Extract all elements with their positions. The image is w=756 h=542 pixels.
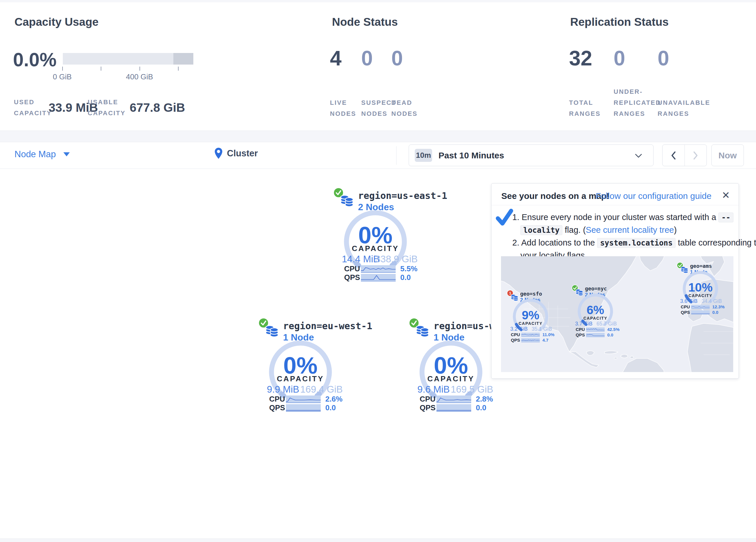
chevron-left-icon	[671, 151, 676, 160]
usable-capacity-label: USABLE CAPACITY	[88, 97, 125, 119]
region-group-us-west-1[interactable]: region=us-west-1 1 Node 0% CAPACITY 9.6 …	[405, 317, 497, 414]
qps-sparkline	[521, 338, 540, 342]
capacity-usage-title: Capacity Usage	[14, 16, 98, 28]
configuration-guide-link[interactable]: Follow our configuration guide	[596, 191, 711, 201]
cpu-label: CPU	[420, 395, 436, 404]
cpu-sparkline	[361, 265, 396, 273]
capacity-total-value: 34.4 GiB	[702, 298, 722, 304]
qps-sparkline	[586, 333, 605, 337]
locality-label: geo=nyc	[585, 286, 607, 292]
capacity-caption: CAPACITY	[569, 316, 621, 321]
database-nodes-icon	[415, 324, 430, 339]
region-group-eu-west-1[interactable]: region=eu-west-1 1 Node 0% CAPACITY 9.9 …	[254, 317, 347, 414]
view-mode-label: Node Map	[14, 149, 56, 159]
cpu-value: 11.0%	[542, 332, 555, 337]
qps-value: 0.0	[400, 273, 411, 282]
code-chip: --	[718, 212, 733, 222]
cpu-sparkline	[521, 333, 540, 337]
cluster-overview-page: Capacity Usage 0.0% 0 GiB 400 GiB USED C…	[0, 0, 756, 542]
qps-value: 0.0	[607, 333, 613, 337]
world-map-preview: 1 geo=sfo 2 Nodes 9% CA	[501, 256, 733, 372]
qps-metric-row: QPS 0.0	[344, 273, 411, 282]
map-pin-icon	[214, 147, 223, 159]
capacity-used-value: 9.9 MiB	[267, 384, 299, 395]
panel-step-2-line-1: 2. Add locations to the system.locations…	[512, 238, 756, 247]
panel-step-1-line-2: locality flag. (See current locality tre…	[520, 225, 677, 235]
capacity-caption: CAPACITY	[329, 244, 422, 253]
capacity-used-value: 14.4 MiB	[342, 253, 379, 264]
qps-metric-row: QPS 0.0	[269, 403, 336, 412]
database-nodes-icon	[265, 324, 280, 339]
total-ranges-label: TOTAL RANGES	[569, 97, 601, 119]
capacity-used-value: 3.2 GiB	[510, 326, 528, 332]
cpu-metric-row: CPU 2.8%	[420, 395, 493, 404]
capacity-percent: 6%	[569, 303, 621, 317]
time-step-back-button[interactable]	[663, 145, 685, 166]
locality-label: geo=sfo	[520, 291, 542, 297]
map-node-geo-nyc[interactable]: geo=nyc 2 Nodes 6% CAPACITY 3.7 GiB 65.7…	[569, 284, 621, 339]
capacity-total-value: 338.9 GiB	[375, 253, 418, 264]
capacity-used-value: 9.6 MiB	[417, 384, 450, 395]
qps-sparkline	[361, 274, 396, 282]
time-range-label: Past 10 Minutes	[438, 150, 504, 160]
time-range-dropdown[interactable]: 10m Past 10 Minutes	[409, 144, 654, 166]
qps-value: 4.7	[542, 338, 548, 343]
axis-tick	[178, 67, 179, 71]
cpu-label: CPU	[511, 332, 521, 337]
cpu-metric-row: CPU 42.5%	[576, 327, 620, 332]
time-step-forward-button[interactable]	[685, 145, 707, 166]
axis-tick	[62, 67, 63, 71]
qps-value: 0.0	[712, 310, 718, 315]
usable-capacity-value: 677.8 GiB	[130, 101, 185, 115]
step-text: Ensure every node in your cluster was st…	[522, 212, 716, 222]
breadcrumb-label: Cluster	[227, 148, 258, 159]
node-map-canvas: region=us-east-1 2 Nodes 0% CAPACITY 14.…	[0, 169, 756, 539]
view-mode-dropdown[interactable]: Node Map	[14, 149, 70, 159]
breadcrumb[interactable]: Cluster	[214, 147, 258, 159]
page-footer-strip	[0, 539, 756, 542]
time-step-controls	[662, 144, 707, 166]
now-button[interactable]: Now	[711, 144, 744, 166]
map-node-geo-ams[interactable]: geo=ams 1 Node 10% CAPACITY 3.6 GiB 34.4…	[674, 261, 726, 317]
axis-tick	[101, 67, 101, 71]
capacity-used-value: 3.6 GiB	[680, 298, 698, 304]
capacity-percent: 10%	[674, 281, 726, 295]
capacity-usage-percent: 0.0%	[13, 49, 56, 71]
qps-value: 0.0	[476, 403, 486, 412]
qps-metric-row: QPS 0.0	[576, 333, 613, 337]
step-text: table corresponding to	[678, 238, 756, 247]
locality-tree-link[interactable]: See current locality tree	[586, 225, 674, 234]
database-nodes-icon	[340, 193, 355, 209]
capacity-caption: CAPACITY	[405, 374, 497, 383]
cpu-metric-row: CPU 11.0%	[511, 332, 555, 337]
cpu-value: 42.5%	[607, 327, 620, 332]
capacity-total-value: 169.4 GiB	[300, 384, 343, 395]
capacity-usage-bar	[63, 53, 193, 65]
under-replicated-label: UNDER-REPLICATED RANGES	[614, 86, 664, 119]
axis-label-400: 400 GiB	[122, 72, 157, 81]
qps-label: QPS	[576, 333, 586, 337]
dead-nodes-count: 0	[391, 46, 403, 70]
map-node-geo-sfo[interactable]: 1 geo=sfo 2 Nodes 9% CA	[504, 289, 557, 344]
cpu-metric-row: CPU 5.5%	[344, 264, 417, 273]
blue-check-icon	[495, 208, 514, 227]
capacity-total-value: 169.5 GiB	[451, 384, 493, 395]
chevron-down-icon	[635, 153, 642, 158]
qps-sparkline	[691, 311, 710, 315]
axis-label-0: 0 GiB	[45, 72, 80, 81]
cpu-value: 2.6%	[325, 395, 342, 404]
qps-label: QPS	[269, 403, 286, 412]
capacity-percent: 9%	[504, 308, 557, 322]
region-label: region=eu-west-1	[283, 321, 372, 332]
caret-down-icon	[63, 152, 70, 156]
capacity-used-value: 3.7 GiB	[575, 321, 592, 327]
qps-label: QPS	[511, 338, 521, 343]
unavailable-count: 0	[658, 46, 669, 70]
capacity-caption: CAPACITY	[504, 321, 557, 326]
cpu-value: 2.8%	[476, 395, 493, 404]
step-text: )	[674, 225, 677, 234]
region-group-us-east-1[interactable]: region=us-east-1 2 Nodes 0% CAPACITY 14.…	[329, 187, 422, 284]
cpu-metric-row: CPU 12.3%	[681, 304, 725, 309]
close-icon[interactable]: ✕	[722, 189, 730, 201]
capacity-total-value: 35.1 GiB	[532, 326, 552, 332]
